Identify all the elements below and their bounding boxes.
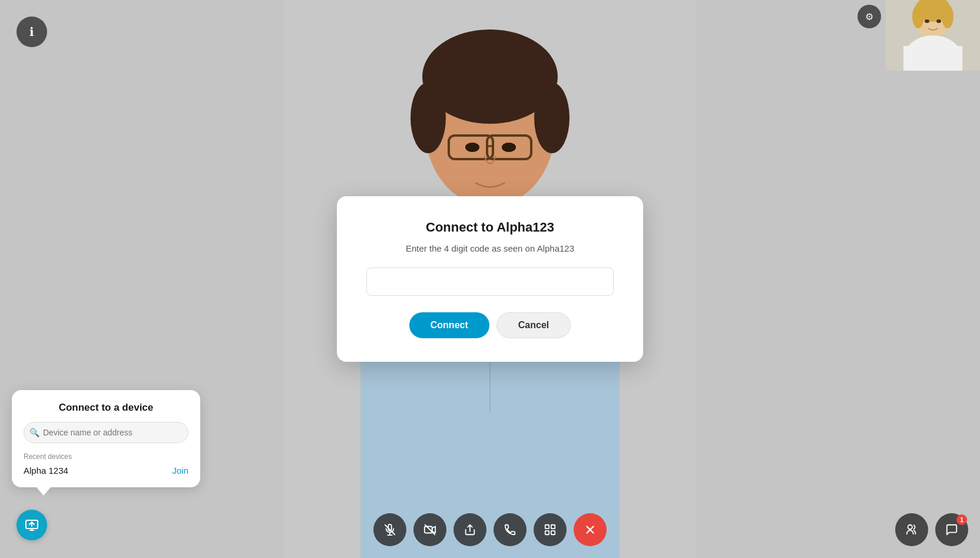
modal-actions: Connect Cancel [366, 312, 614, 338]
modal-overlay: Connect to Alpha123 Enter the 4 digit co… [0, 0, 980, 558]
modal-title: Connect to Alpha123 [366, 220, 614, 235]
modal-cancel-button[interactable]: Cancel [496, 312, 571, 338]
connect-modal: Connect to Alpha123 Enter the 4 digit co… [337, 196, 643, 362]
modal-subtitle: Enter the 4 digit code as seen on Alpha1… [366, 243, 614, 253]
modal-connect-button[interactable]: Connect [409, 312, 489, 338]
digit-code-input[interactable] [366, 268, 614, 296]
